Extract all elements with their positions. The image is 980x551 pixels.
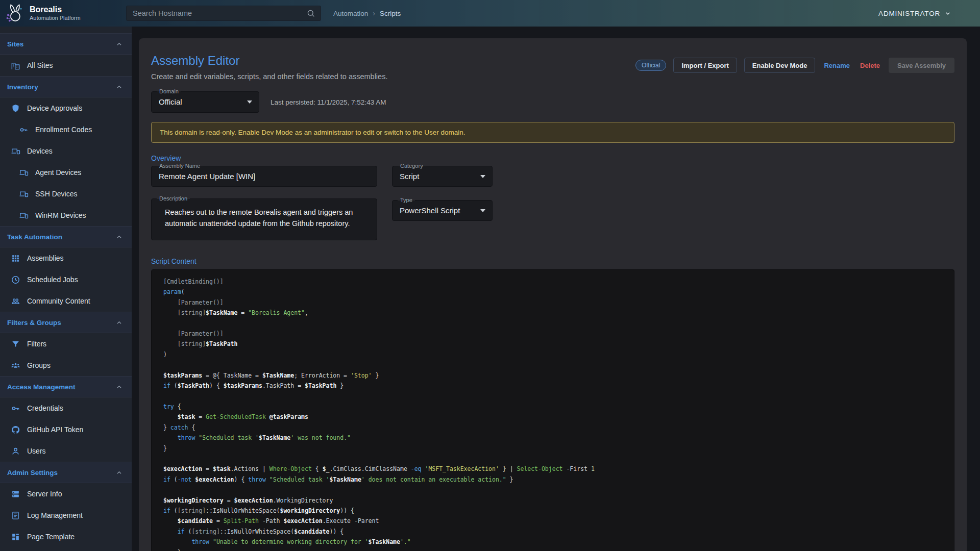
overview-section-label: Overview <box>151 154 954 162</box>
sidebar-item-label: Server Info <box>27 490 62 498</box>
sidebar-item-label: Filters <box>27 340 46 348</box>
category-label: Category <box>398 163 426 169</box>
sidebar-section-inventory[interactable]: Inventory <box>0 76 132 97</box>
sidebar-item-label: Community Content <box>27 297 90 305</box>
breadcrumb: Automation › Scripts <box>333 9 401 17</box>
devices-icon <box>19 168 29 178</box>
brand: Borealis Automation Platform <box>0 3 126 24</box>
chevron-up-icon <box>115 233 124 241</box>
sidebar-item-label: Users <box>27 447 46 455</box>
sidebar-item-credentials[interactable]: Credentials <box>0 397 132 419</box>
sidebar-item-label: Log Management <box>27 511 83 519</box>
enable-dev-mode-button[interactable]: Enable Dev Mode <box>744 58 816 73</box>
code-line: ) <box>163 349 944 360</box>
breadcrumb-separator-icon: › <box>373 9 375 17</box>
search-icon[interactable] <box>306 9 315 18</box>
domain-value: Official <box>152 92 259 112</box>
description-value: Reaches out to the remote Borealis agent… <box>152 199 377 229</box>
sidebar-section-task-automation[interactable]: Task Automation <box>0 226 132 247</box>
chevron-up-icon <box>115 40 124 48</box>
sidebar-item-winrm-devices[interactable]: WinRM Devices <box>0 205 132 226</box>
code-line: [string]$TaskPath <box>163 339 944 349</box>
description-label: Description <box>157 195 190 202</box>
sidebar-item-filters[interactable]: Filters <box>0 333 132 355</box>
sidebar-item-label: Scheduled Jobs <box>27 276 78 284</box>
sidebar-item-community-content[interactable]: Community Content <box>0 290 132 312</box>
code-line: } <box>163 443 944 454</box>
shield-icon <box>11 104 20 113</box>
key-icon <box>19 125 29 135</box>
overview-form: Assembly Name Remote Agent Update [WIN] … <box>151 166 954 240</box>
code-line: if (-not $execAction) { throw "Scheduled… <box>163 474 944 485</box>
sidebar-item-label: Agent Devices <box>35 168 81 177</box>
read-only-warning-banner: This domain is read-only. Enable Dev Mod… <box>151 122 954 143</box>
sidebar-item-github-api-token[interactable]: GitHub API Token <box>0 419 132 440</box>
chevron-down-icon <box>944 9 952 17</box>
breadcrumb-scripts[interactable]: Scripts <box>380 10 401 17</box>
sidebar-item-groups[interactable]: Groups <box>0 355 132 376</box>
sidebar-item-all-sites[interactable]: All Sites <box>0 55 132 76</box>
code-line: if ($TaskPath) { $taskParams.TaskPath = … <box>163 381 944 391</box>
code-line <box>163 360 944 370</box>
delete-button[interactable]: Delete <box>859 58 881 73</box>
domain-select[interactable]: Domain Official <box>151 91 259 113</box>
groups-icon <box>11 361 20 370</box>
app-root: Borealis Automation Platform Automation … <box>0 0 980 551</box>
sidebar-section-label: Filters & Groups <box>7 319 61 327</box>
breadcrumb-automation[interactable]: Automation <box>333 10 368 17</box>
rename-button[interactable]: Rename <box>822 58 851 73</box>
chevron-up-icon <box>115 383 124 391</box>
chevron-up-icon <box>115 318 124 327</box>
sidebar-section-admin-settings[interactable]: Admin Settings <box>0 462 132 483</box>
editor-toolbar: Official Import / Export Enable Dev Mode… <box>635 58 954 73</box>
code-line: throw "Scheduled task '$TaskName' was no… <box>163 433 944 443</box>
page-subtitle: Create and edit variables, scripts, and … <box>151 72 387 81</box>
sidebar-item-assemblies[interactable]: Assemblies <box>0 247 132 269</box>
building-icon <box>11 61 20 70</box>
search-input[interactable] <box>127 9 306 17</box>
devices-icon <box>11 146 20 156</box>
sidebar-item-log-management[interactable]: Log Management <box>0 505 132 526</box>
code-line: $task = Get-ScheduledTask @taskParams <box>163 412 944 422</box>
sidebar-item-label: Credentials <box>27 404 63 412</box>
sidebar-section-label: Admin Settings <box>7 469 58 477</box>
sidebar-item-page-template[interactable]: Page Template <box>0 526 132 547</box>
user-menu[interactable]: ADMINISTRATOR <box>878 9 980 17</box>
sidebar-section-filters-groups[interactable]: Filters & Groups <box>0 312 132 333</box>
assembly-name-field[interactable]: Assembly Name Remote Agent Update [WIN] <box>151 166 377 187</box>
template-icon <box>11 532 20 542</box>
sidebar-section-access-management[interactable]: Access Management <box>0 376 132 397</box>
assembly-editor-panel: Assembly Editor Create and edit variable… <box>139 38 967 551</box>
code-line: $workingDirectory = $execAction.WorkingD… <box>163 495 944 506</box>
code-line <box>163 454 944 464</box>
code-line: if ([string]::IsNullOrWhiteSpace($candid… <box>163 527 944 537</box>
code-line <box>163 318 944 329</box>
sidebar-item-label: All Sites <box>27 61 53 69</box>
sidebar-item-label: GitHub API Token <box>27 425 83 434</box>
sidebar-item-users[interactable]: Users <box>0 440 132 462</box>
type-select[interactable]: Type PowerShell Script <box>392 200 493 221</box>
sidebar-section-label: Sites <box>7 40 23 48</box>
script-editor[interactable]: [CmdletBinding()]param( [Parameter()] [s… <box>151 269 954 551</box>
sidebar-section-sites[interactable]: Sites <box>0 33 132 55</box>
sidebar-item-enrollment-codes[interactable]: Enrollment Codes <box>0 119 132 140</box>
save-assembly-button[interactable]: Save Assembly <box>889 58 954 73</box>
sidebar-item-devices[interactable]: Devices <box>0 140 132 162</box>
sidebar-item-label: Devices <box>27 147 53 155</box>
category-select[interactable]: Category Script <box>392 166 493 187</box>
import-export-button[interactable]: Import / Export <box>673 58 737 73</box>
sidebar-item-label: Device Approvals <box>27 104 82 112</box>
grid-icon <box>11 254 20 263</box>
code-line: } catch { <box>163 422 944 433</box>
code-line: throw "Unable to determine working direc… <box>163 537 944 547</box>
sidebar-item-agent-devices[interactable]: Agent Devices <box>0 162 132 183</box>
description-field[interactable]: Description Reaches out to the remote Bo… <box>151 198 377 240</box>
sidebar-item-label: Groups <box>27 361 51 369</box>
code-line: $execAction = $task.Actions | Where-Obje… <box>163 464 944 474</box>
sidebar-item-device-approvals[interactable]: Device Approvals <box>0 97 132 119</box>
sidebar-item-server-info[interactable]: Server Info <box>0 483 132 505</box>
chevron-up-icon <box>115 468 124 477</box>
sidebar-item-scheduled-jobs[interactable]: Scheduled Jobs <box>0 269 132 290</box>
caret-down-icon <box>247 101 252 104</box>
sidebar-item-ssh-devices[interactable]: SSH Devices <box>0 183 132 205</box>
